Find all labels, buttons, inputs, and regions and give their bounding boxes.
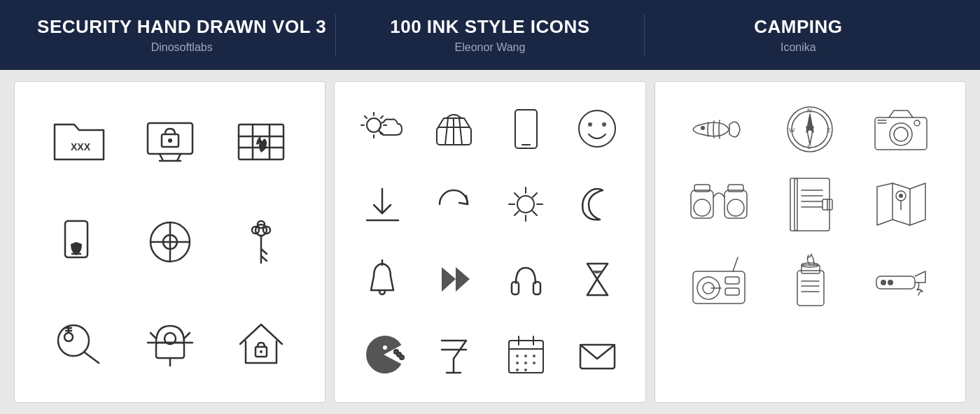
house-lock-icon bbox=[233, 317, 289, 366]
svg-point-25 bbox=[58, 325, 89, 356]
calendar-icon bbox=[503, 332, 549, 378]
svg-point-78 bbox=[400, 355, 404, 359]
svg-marker-99 bbox=[806, 127, 813, 145]
svg-line-64 bbox=[514, 193, 519, 197]
svg-line-133 bbox=[733, 257, 738, 271]
svg-rect-117 bbox=[790, 178, 797, 231]
svg-point-55 bbox=[588, 122, 592, 127]
svg-point-59 bbox=[517, 196, 534, 213]
svg-point-6 bbox=[168, 138, 172, 143]
panel3-subtitle: Iconika bbox=[645, 41, 952, 54]
radio-icon bbox=[687, 252, 750, 308]
svg-point-95 bbox=[701, 126, 705, 130]
mobile-phone-icon bbox=[507, 106, 545, 152]
mail-icon bbox=[575, 332, 620, 378]
svg-line-51 bbox=[459, 118, 462, 145]
lighter-icon bbox=[788, 250, 833, 309]
svg-text:XXX: XXX bbox=[71, 141, 91, 152]
svg-line-34 bbox=[150, 333, 156, 338]
svg-point-75 bbox=[383, 345, 387, 350]
svg-line-67 bbox=[514, 211, 519, 215]
panel3-title: CAMPING bbox=[645, 16, 952, 38]
header: SECURITY HAND DRAWN VOL 3 Dinosoftlabs 1… bbox=[0, 0, 980, 70]
svg-point-92 bbox=[516, 369, 519, 371]
svg-line-66 bbox=[533, 193, 537, 197]
panel2-subtitle: Eleonor Wang bbox=[336, 41, 643, 54]
svg-point-56 bbox=[602, 122, 606, 127]
panel2-title: 100 INK STYLE ICONS bbox=[336, 16, 643, 38]
camping-panel: N S W E bbox=[654, 81, 966, 403]
svg-point-87 bbox=[524, 355, 527, 357]
svg-line-49 bbox=[445, 118, 448, 145]
smiley-icon bbox=[575, 106, 620, 152]
svg-text:S: S bbox=[807, 143, 811, 150]
svg-point-27 bbox=[64, 333, 73, 341]
svg-rect-52 bbox=[515, 110, 537, 148]
svg-marker-69 bbox=[442, 267, 456, 292]
alarm-siren-icon bbox=[142, 317, 198, 366]
swiss-knife-icon bbox=[869, 252, 932, 308]
svg-point-107 bbox=[914, 120, 920, 126]
binoculars-icon bbox=[687, 176, 750, 232]
security-icon-grid: XXX bbox=[37, 95, 303, 389]
camera-icon bbox=[869, 105, 932, 154]
cocktail-glass-icon bbox=[431, 332, 477, 378]
main-content: XXX bbox=[0, 70, 980, 414]
folder-xxx-icon: XXX bbox=[51, 117, 107, 166]
notebook-icon bbox=[782, 175, 838, 234]
security-panel: XXX bbox=[14, 81, 326, 403]
monitor-lock-icon bbox=[142, 117, 198, 166]
header-panel-1: SECURITY HAND DRAWN VOL 3 Dinosoftlabs bbox=[28, 16, 335, 53]
bell-icon bbox=[360, 257, 405, 302]
header-panel-2: 100 INK STYLE ICONS Eleonor Wang bbox=[336, 16, 643, 53]
hourglass-icon bbox=[575, 257, 620, 302]
moon-icon bbox=[575, 182, 620, 227]
svg-point-127 bbox=[899, 194, 903, 198]
svg-point-105 bbox=[890, 123, 912, 145]
send-icon bbox=[431, 257, 477, 302]
svg-line-36 bbox=[184, 333, 190, 338]
svg-rect-31 bbox=[156, 343, 184, 358]
search-key-icon bbox=[51, 317, 107, 366]
fish-icon bbox=[687, 105, 750, 154]
svg-rect-135 bbox=[797, 271, 824, 306]
svg-point-143 bbox=[888, 280, 893, 285]
svg-point-54 bbox=[579, 110, 615, 147]
brightness-icon bbox=[503, 182, 549, 227]
svg-line-26 bbox=[85, 352, 99, 363]
svg-point-89 bbox=[516, 362, 519, 364]
svg-point-39 bbox=[260, 350, 262, 353]
svg-marker-70 bbox=[456, 267, 470, 292]
svg-rect-132 bbox=[725, 288, 739, 295]
cloud-sun-icon bbox=[360, 110, 405, 148]
svg-text:N: N bbox=[807, 107, 812, 114]
compass-icon: N S W E bbox=[782, 101, 838, 157]
map-icon bbox=[872, 176, 931, 232]
svg-line-65 bbox=[533, 211, 537, 215]
svg-rect-72 bbox=[533, 282, 540, 294]
header-panel-3: CAMPING Iconika bbox=[645, 16, 952, 53]
download-icon bbox=[360, 182, 405, 227]
svg-rect-104 bbox=[875, 117, 927, 150]
headphones-icon bbox=[503, 257, 549, 302]
svg-line-3 bbox=[177, 154, 181, 161]
ink-icon-grid bbox=[350, 95, 630, 389]
svg-point-106 bbox=[894, 127, 908, 141]
pacman-icon bbox=[360, 332, 405, 378]
firewall-icon bbox=[233, 117, 289, 166]
svg-point-93 bbox=[524, 369, 527, 371]
panel1-title: SECURITY HAND DRAWN VOL 3 bbox=[28, 16, 335, 38]
svg-point-113 bbox=[727, 199, 744, 216]
basket-icon bbox=[431, 110, 477, 148]
svg-line-2 bbox=[160, 154, 163, 161]
svg-text:E: E bbox=[827, 127, 831, 134]
ink-panel bbox=[334, 81, 645, 403]
target-crosshair-icon bbox=[142, 217, 198, 266]
key-icon bbox=[233, 217, 289, 266]
svg-point-90 bbox=[524, 362, 527, 364]
svg-rect-116 bbox=[794, 178, 830, 231]
camping-icon-grid: N S W E bbox=[677, 95, 943, 389]
svg-point-86 bbox=[516, 355, 519, 357]
svg-text:W: W bbox=[789, 127, 795, 134]
svg-point-88 bbox=[533, 355, 536, 357]
